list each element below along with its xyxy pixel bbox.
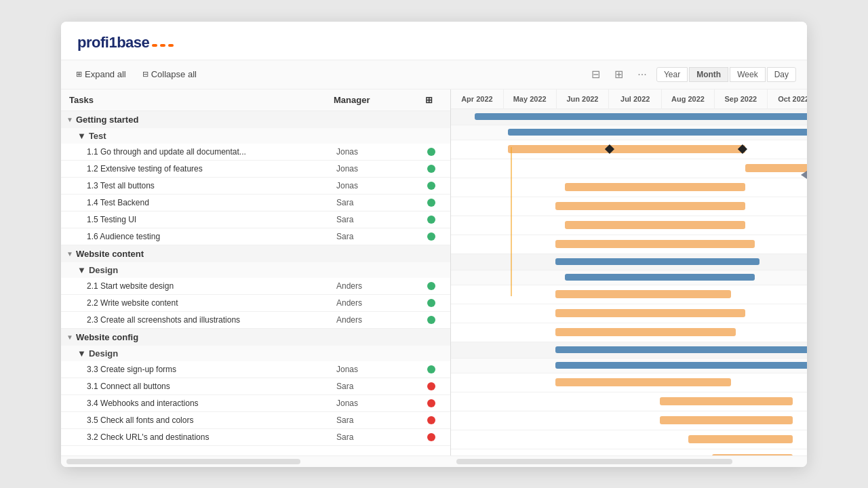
- status-badge: [427, 182, 435, 190]
- subgroup-label: Design: [89, 265, 118, 275]
- header: profi1base: [61, 22, 807, 60]
- gantt-header: Apr 2022 May 2022 Jun 2022 Jul 2022 Aug …: [451, 89, 807, 109]
- gantt-group-row: [451, 109, 807, 125]
- task-manager: Jonas: [336, 399, 418, 408]
- gantt-body: Showdependencies Trackprogress: [451, 109, 807, 455]
- group-label: Getting started: [76, 115, 138, 125]
- status-icon: ⊞: [425, 95, 433, 105]
- gantt-task-row: [451, 285, 807, 304]
- year-view-button[interactable]: Year: [656, 67, 688, 82]
- gantt-task-row: [451, 411, 807, 430]
- status-badge: [427, 399, 435, 407]
- logo: profi1base: [77, 34, 791, 52]
- task-name: 1.2 Extensive testing of features: [87, 164, 336, 174]
- logo-text: profi1base: [77, 34, 149, 52]
- gantt-task-row: [451, 235, 807, 254]
- gantt-task-row: [451, 373, 807, 392]
- task-manager: Anders: [336, 315, 418, 325]
- subgroup-design-2[interactable]: ▼ Design: [61, 346, 450, 361]
- status-badge: [427, 433, 435, 441]
- gantt-task-row: [451, 449, 807, 455]
- filter-icon[interactable]: ⊟: [587, 66, 605, 83]
- table-row: 3.4 Webhooks and interactions Jonas: [61, 395, 450, 412]
- task-manager: Jonas: [336, 164, 418, 174]
- expand-all-label: Expand all: [85, 69, 126, 79]
- gantt-subgroup-row: [451, 125, 807, 140]
- tasks-column-header: Tasks: [69, 95, 334, 105]
- table-row: 1.6 Audience testing Sara: [61, 228, 450, 245]
- task-name: 1.6 Audience testing: [87, 232, 336, 241]
- status-badge: [427, 282, 435, 290]
- main-content: Tasks Manager ⊞ ▼ Getting started ▼ Test…: [61, 89, 807, 455]
- bottom-scrollbar: [61, 455, 807, 467]
- task-manager: Jonas: [336, 181, 418, 190]
- table-row: 1.1 Go through and update all documentat…: [61, 144, 450, 161]
- group-arrow-icon: ▼: [66, 116, 73, 123]
- manager-column-header: Manager: [334, 95, 415, 105]
- month-view-button[interactable]: Month: [689, 67, 728, 82]
- table-row: 2.2 Write website content Anders: [61, 295, 450, 312]
- group-arrow-icon: ▼: [66, 250, 73, 258]
- week-view-button[interactable]: Week: [730, 67, 765, 82]
- group-website-content[interactable]: ▼ Website content: [61, 245, 450, 262]
- month-sep: Sep 2022: [715, 89, 768, 108]
- gantt-task-row: [451, 216, 807, 235]
- task-name: 1.3 Test all buttons: [87, 181, 336, 190]
- subgroup-arrow-icon: ▼: [77, 348, 86, 359]
- group-website-config[interactable]: ▼ Website config: [61, 329, 450, 346]
- group-arrow-icon: ▼: [66, 333, 73, 341]
- collapse-all-button[interactable]: ⊟ Collapse all: [138, 68, 201, 81]
- task-manager: Sara: [336, 432, 418, 442]
- month-jun: Jun 2022: [557, 89, 610, 108]
- task-name: 1.5 Testing UI: [87, 215, 336, 224]
- layout-icon[interactable]: ⊞: [610, 66, 628, 83]
- status-badge: [427, 416, 435, 424]
- task-scroll[interactable]: [66, 459, 456, 464]
- gantt-task-row: [451, 304, 807, 323]
- task-name: 3.3 Create sign-up forms: [87, 365, 336, 374]
- status-badge: [427, 165, 435, 173]
- expand-all-button[interactable]: ⊞ Expand all: [72, 68, 130, 81]
- gantt-scroll[interactable]: [456, 459, 802, 464]
- month-aug: Aug 2022: [662, 89, 715, 108]
- gantt-panel: Apr 2022 May 2022 Jun 2022 Jul 2022 Aug …: [451, 89, 807, 455]
- status-badge: [427, 382, 435, 390]
- subgroup-test[interactable]: ▼ Test: [61, 128, 450, 144]
- table-row: 3.5 Check all fonts and colors Sara: [61, 412, 450, 429]
- task-name: 3.5 Check all fonts and colors: [87, 415, 336, 425]
- month-may: May 2022: [504, 89, 557, 108]
- expand-icon: ⊞: [76, 70, 82, 79]
- subgroup-design-1[interactable]: ▼ Design: [61, 262, 450, 278]
- gantt-task-row: [451, 197, 807, 216]
- group-getting-started[interactable]: ▼ Getting started: [61, 111, 450, 128]
- gantt-task-row: [451, 323, 807, 342]
- gantt-task-row: [451, 430, 807, 449]
- status-badge: [427, 216, 435, 224]
- task-name: 2.1 Start website design: [87, 281, 336, 291]
- gantt-group-row: [451, 254, 807, 270]
- gantt-subgroup-row: [451, 270, 807, 285]
- task-name: 3.2 Check URL's and destinations: [87, 432, 336, 442]
- task-manager: Jonas: [336, 365, 418, 374]
- subgroup-label: Test: [89, 131, 106, 141]
- table-row: 2.3 Create all screenshots and illustrat…: [61, 312, 450, 329]
- status-badge: [427, 199, 435, 207]
- gantt-task-row: [451, 178, 807, 197]
- more-options-icon[interactable]: ···: [633, 66, 651, 83]
- gantt-subgroup-row: [451, 359, 807, 373]
- subgroup-label: Design: [89, 348, 118, 359]
- task-manager: Sara: [336, 215, 418, 224]
- table-row: 1.5 Testing UI Sara: [61, 211, 450, 228]
- table-row: 3.1 Connect all buttons Sara: [61, 378, 450, 395]
- table-row: 1.2 Extensive testing of features Jonas: [61, 161, 450, 178]
- subgroup-arrow-icon: ▼: [77, 131, 86, 141]
- status-badge: [427, 232, 435, 241]
- task-manager: Sara: [336, 382, 418, 391]
- collapse-all-label: Collapse all: [151, 69, 197, 79]
- month-oct: Oct 2022: [768, 89, 807, 108]
- day-view-button[interactable]: Day: [767, 67, 796, 82]
- status-badge: [427, 148, 435, 156]
- task-name: 3.4 Webhooks and interactions: [87, 399, 336, 408]
- gantt-group-row: [451, 342, 807, 359]
- toolbar-right: ⊟ ⊞ ··· Year Month Week Day: [587, 66, 796, 83]
